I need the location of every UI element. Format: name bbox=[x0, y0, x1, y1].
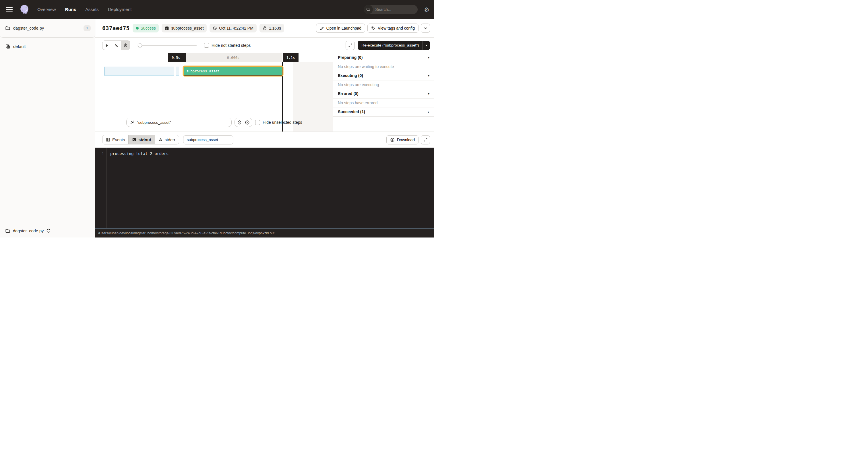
waterfall-view-button[interactable] bbox=[112, 41, 121, 50]
step-status-panel: Preparing (0)▾ No steps are waiting to e… bbox=[333, 53, 434, 131]
log-path-bar: /Users/yuhan/dev/local/dagster_home/stor… bbox=[95, 228, 434, 237]
download-button[interactable]: Download bbox=[386, 135, 418, 144]
sidebar-job-default[interactable]: default bbox=[0, 42, 95, 51]
filter-buttons bbox=[235, 118, 252, 127]
footer-file-name: dagster_code.py bbox=[13, 229, 43, 233]
repo-name: dagster_code.py bbox=[13, 26, 44, 30]
folder-icon bbox=[5, 26, 10, 31]
slider-knob[interactable] bbox=[138, 43, 142, 48]
hamburger-menu-icon[interactable] bbox=[6, 5, 14, 14]
step-filter-query: "subprocess_asset" bbox=[137, 120, 171, 125]
asset-grid-icon bbox=[165, 26, 169, 30]
step-filter-row: "subprocess_asset" Hide unselected steps bbox=[126, 118, 302, 127]
tab-stderr[interactable]: stderr bbox=[155, 135, 179, 144]
nav-item-runs[interactable]: Runs bbox=[65, 7, 76, 12]
folder-icon bbox=[5, 228, 10, 234]
nav-item-overview[interactable]: Overview bbox=[37, 7, 56, 12]
status-section-errored[interactable]: Errored (0)▾ bbox=[333, 89, 434, 98]
tag-icon bbox=[371, 26, 375, 30]
stopwatch-icon bbox=[262, 26, 267, 30]
hide-not-started-checkbox[interactable] bbox=[204, 43, 209, 48]
clock-icon bbox=[213, 26, 217, 30]
status-section-executing[interactable]: Executing (0)▾ bbox=[333, 71, 434, 81]
log-output[interactable]: 1 processing total 2 orders bbox=[95, 148, 434, 228]
gantt-chart: 0.606s 0.5s 1.1s subprocess_asset bbox=[95, 53, 333, 131]
op-selector-icon bbox=[130, 120, 135, 125]
clear-filter-icon[interactable] bbox=[245, 120, 250, 125]
log-fullscreen-button[interactable] bbox=[421, 135, 430, 144]
refresh-icon[interactable] bbox=[46, 229, 51, 233]
caret-down-icon: ▾ bbox=[428, 92, 429, 95]
hide-unselected-checkbox[interactable] bbox=[255, 120, 260, 125]
status-empty-executing: No steps are executing bbox=[333, 81, 434, 90]
warning-icon bbox=[158, 138, 163, 142]
step-filter-input[interactable]: "subprocess_asset" bbox=[126, 118, 231, 127]
repo-count-badge: 1 bbox=[84, 25, 91, 31]
download-icon bbox=[390, 138, 395, 142]
log-tabs: Events stdout stderr bbox=[102, 135, 179, 144]
nav-links: Overview Runs Assets Deployment bbox=[37, 7, 132, 12]
flat-view-icon bbox=[105, 43, 110, 48]
dagster-logo-icon[interactable] bbox=[19, 4, 30, 15]
table-icon bbox=[106, 138, 110, 142]
caret-down-icon: ▾ bbox=[428, 56, 429, 59]
reexecute-dropdown-button[interactable]: ▾ bbox=[423, 41, 430, 50]
view-tags-config-button[interactable]: View tags and config bbox=[367, 24, 418, 33]
reexecute-split-button: Re-execute ("subprocess_asset") ▾ bbox=[358, 41, 430, 50]
nav-item-deployment[interactable]: Deployment bbox=[108, 7, 132, 12]
job-icon bbox=[5, 44, 10, 49]
top-nav: Overview Runs Assets Deployment / ⚙ bbox=[0, 0, 434, 19]
log-step-select[interactable]: subprocess_asset bbox=[183, 135, 234, 144]
clipped-tick bbox=[184, 53, 186, 62]
run-id: 637aed75 bbox=[102, 25, 130, 31]
reexecute-button[interactable]: Re-execute ("subprocess_asset") bbox=[358, 41, 423, 50]
preparing-phase-bar-segment bbox=[176, 67, 179, 76]
gutter-divider bbox=[106, 148, 106, 228]
gantt-time-axis: 0.606s 0.5s 1.1s bbox=[95, 53, 333, 62]
status-section-preparing[interactable]: Preparing (0)▾ bbox=[333, 53, 434, 62]
gantt-toolbar: Hide not started steps Re-execute ("subp… bbox=[95, 38, 434, 53]
selected-duration-band: 0.606s bbox=[184, 53, 282, 62]
step-bar-subprocess-asset[interactable]: subprocess_asset bbox=[184, 67, 282, 76]
tab-stdout[interactable]: stdout bbox=[128, 135, 154, 144]
log-section-header: Events stdout stderr subprocess_asset Do… bbox=[95, 131, 434, 148]
status-section-succeeded[interactable]: Succeeded (1)▸ bbox=[333, 108, 434, 117]
open-launchpad-button[interactable]: Open in Launchpad bbox=[316, 24, 365, 33]
status-badge: Success bbox=[133, 24, 159, 32]
run-header: 637aed75 Success subprocess_asset Oct 11… bbox=[95, 19, 434, 38]
graph-traversal-icon[interactable] bbox=[237, 120, 242, 125]
flat-view-button[interactable] bbox=[102, 41, 112, 50]
gantt-fullscreen-button[interactable] bbox=[346, 41, 355, 50]
timestamp-chip: Oct 11, 4:22:42 PM bbox=[210, 24, 257, 32]
terminal-icon bbox=[132, 138, 136, 142]
expand-icon bbox=[348, 43, 352, 48]
caret-down-icon: ▾ bbox=[428, 74, 429, 77]
search-input[interactable] bbox=[373, 7, 417, 12]
log-line-number: 1 bbox=[95, 152, 104, 156]
tick-label-left: 0.5s bbox=[168, 53, 184, 62]
job-name: default bbox=[13, 44, 26, 49]
status-empty-preparing: No steps are waiting to execute bbox=[333, 62, 434, 71]
hide-unselected-checkbox-row[interactable]: Hide unselected steps bbox=[255, 120, 302, 125]
sidebar-repo-item[interactable]: dagster_code.py 1 bbox=[0, 19, 95, 38]
expand-icon bbox=[423, 138, 428, 142]
gear-icon[interactable]: ⚙ bbox=[424, 7, 429, 12]
waterfall-view-icon bbox=[114, 43, 119, 48]
pencil-icon bbox=[320, 26, 324, 30]
header-more-button[interactable] bbox=[421, 24, 430, 33]
duration-chip: 1.163s bbox=[259, 24, 284, 32]
search-icon bbox=[364, 5, 373, 14]
gantt-step-row: subprocess_asset bbox=[95, 67, 333, 76]
view-mode-segmented-control bbox=[102, 40, 130, 50]
search-box[interactable]: / bbox=[364, 5, 417, 14]
chevron-down-icon bbox=[424, 26, 427, 30]
timed-view-button[interactable] bbox=[121, 41, 130, 50]
asset-tag-chip[interactable]: subprocess_asset bbox=[162, 24, 207, 32]
log-line-text: processing total 2 orders bbox=[110, 151, 168, 156]
slider-track bbox=[138, 45, 197, 46]
hide-not-started-checkbox-row[interactable]: Hide not started steps bbox=[204, 43, 251, 48]
zoom-slider[interactable] bbox=[138, 41, 197, 50]
nav-item-assets[interactable]: Assets bbox=[85, 7, 99, 12]
status-empty-errored: No steps have errored bbox=[333, 98, 434, 108]
tab-events[interactable]: Events bbox=[102, 135, 128, 144]
